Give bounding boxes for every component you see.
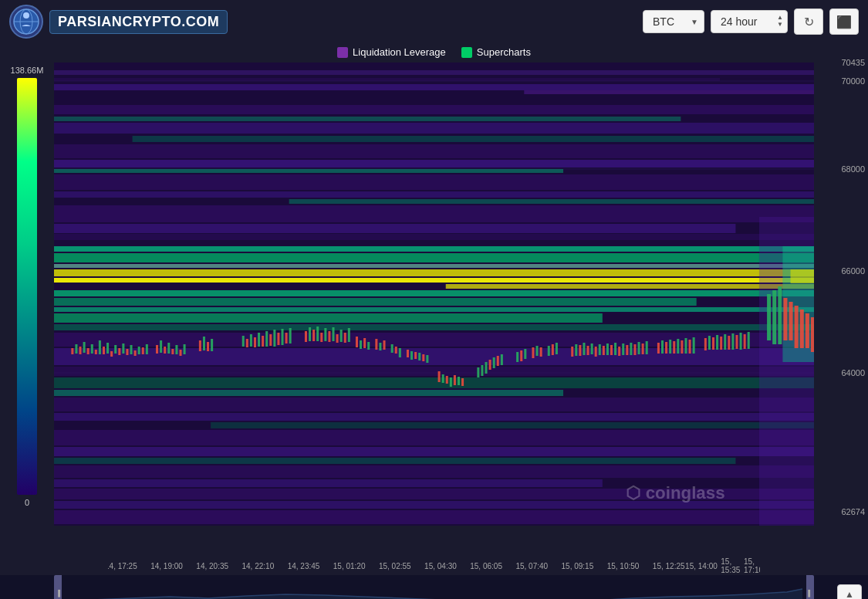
svg-rect-192 <box>740 333 742 350</box>
time-label-1: 14, 19:00 <box>150 562 183 570</box>
time-axis-row: 14, 17:25 14, 19:00 14, 20:35 14, 22:10 … <box>0 557 868 575</box>
svg-rect-142 <box>497 356 499 366</box>
svg-rect-71 <box>126 349 128 355</box>
svg-rect-25 <box>54 224 735 233</box>
timeframe-select[interactable]: 1 hour 4 hour 12 hour 24 hour 7 day <box>711 10 788 33</box>
svg-rect-200 <box>795 306 799 348</box>
svg-rect-65 <box>103 347 105 354</box>
svg-rect-146 <box>524 349 526 359</box>
timeframe-selector[interactable]: 1 hour 4 hour 12 hour 24 hour 7 day ▲ ▼ <box>711 10 788 33</box>
svg-rect-105 <box>316 327 319 341</box>
svg-rect-120 <box>383 340 385 350</box>
svg-rect-112 <box>344 333 346 343</box>
svg-rect-174 <box>661 340 664 354</box>
svg-rect-177 <box>673 341 675 354</box>
svg-rect-60 <box>83 342 86 353</box>
svg-rect-143 <box>501 354 503 365</box>
svg-rect-29 <box>54 264 814 268</box>
svg-rect-185 <box>712 337 714 350</box>
symbol-selector[interactable]: BTC ETH BNB SOL ▼ <box>643 10 704 33</box>
svg-rect-10 <box>54 70 814 75</box>
svg-rect-64 <box>99 340 101 354</box>
svg-rect-178 <box>677 339 679 354</box>
refresh-button[interactable]: ↻ <box>794 8 823 35</box>
svg-rect-165 <box>618 347 620 356</box>
svg-rect-171 <box>642 343 644 354</box>
svg-rect-140 <box>489 360 491 370</box>
svg-rect-198 <box>783 298 787 340</box>
svg-rect-85 <box>199 340 201 351</box>
svg-rect-70 <box>122 343 124 354</box>
svg-rect-182 <box>693 337 695 354</box>
time-label-15: 15, 17:10 <box>744 557 760 574</box>
svg-rect-78 <box>160 340 162 353</box>
chart-svg: ⬡ coinglass <box>54 63 814 526</box>
svg-rect-94 <box>262 336 264 347</box>
svg-rect-75 <box>142 347 144 354</box>
scrollbar-track[interactable]: ▐ ▌ <box>54 575 814 599</box>
svg-rect-131 <box>442 374 444 383</box>
svg-rect-195 <box>767 294 771 340</box>
svg-rect-100 <box>285 333 288 343</box>
svg-rect-88 <box>211 339 213 351</box>
svg-rect-154 <box>575 344 577 356</box>
screenshot-button[interactable]: ⬛ <box>829 8 859 35</box>
time-label-7: 15, 04:30 <box>424 562 457 570</box>
svg-rect-145 <box>520 350 522 361</box>
svg-rect-83 <box>179 350 181 356</box>
main-chart[interactable]: ⬡ coinglass <box>54 63 814 557</box>
svg-rect-76 <box>146 344 148 354</box>
svg-rect-156 <box>583 343 585 355</box>
svg-rect-193 <box>744 334 746 349</box>
legend-liquidation-color <box>337 47 348 58</box>
header-controls: BTC ETH BNB SOL ▼ 1 hour 4 hour 12 hour … <box>643 8 859 35</box>
svg-rect-43 <box>54 398 814 411</box>
svg-rect-197 <box>778 286 782 344</box>
svg-rect-132 <box>446 376 448 384</box>
svg-rect-152 <box>556 343 558 354</box>
scrollbar-right-handle[interactable]: ▌ <box>806 575 814 599</box>
price-label-62674: 62674 <box>841 507 865 516</box>
svg-rect-163 <box>610 345 613 355</box>
svg-rect-113 <box>348 328 350 342</box>
time-label-0: 14, 17:25 <box>108 562 137 570</box>
svg-rect-108 <box>328 331 330 342</box>
timeframe-down-arrow[interactable]: ▼ <box>777 22 783 29</box>
header: PARSIANCRYPTO.COM BTC ETH BNB SOL ▼ 1 ho… <box>0 0 868 43</box>
scale-gradient <box>17 78 37 495</box>
expand-button[interactable]: ▲ <box>837 584 862 599</box>
svg-rect-44 <box>54 413 814 421</box>
svg-rect-202 <box>806 313 809 348</box>
svg-rect-124 <box>407 350 409 357</box>
svg-rect-205 <box>54 575 814 599</box>
svg-rect-35 <box>54 307 814 312</box>
symbol-select[interactable]: BTC ETH BNB SOL <box>643 10 704 33</box>
svg-rect-26 <box>54 234 814 240</box>
svg-rect-119 <box>379 343 381 350</box>
svg-rect-114 <box>356 337 358 347</box>
time-label-2: 14, 20:35 <box>196 562 228 570</box>
svg-rect-92 <box>254 337 256 347</box>
scrollbar-left-handle[interactable]: ▐ <box>54 575 62 599</box>
timeframe-spinners: ▲ ▼ <box>777 15 783 29</box>
svg-rect-111 <box>340 330 343 342</box>
svg-rect-122 <box>395 347 397 354</box>
time-label-11: 15, 10:50 <box>607 562 640 570</box>
svg-rect-15 <box>54 117 681 121</box>
svg-rect-66 <box>106 343 109 354</box>
svg-rect-110 <box>336 334 339 343</box>
svg-rect-129 <box>426 355 428 363</box>
svg-rect-41 <box>54 377 814 388</box>
svg-rect-125 <box>410 351 413 360</box>
svg-rect-27 <box>54 246 814 252</box>
logo-icon <box>9 5 43 39</box>
svg-rect-42 <box>54 390 563 396</box>
svg-rect-81 <box>171 349 174 354</box>
time-label-9: 15, 07:40 <box>515 562 548 570</box>
svg-rect-199 <box>789 302 793 340</box>
svg-rect-136 <box>461 378 464 386</box>
chart-container: 138.66M 0 <box>0 63 868 557</box>
svg-rect-201 <box>800 310 804 348</box>
svg-rect-190 <box>731 333 734 350</box>
svg-rect-162 <box>606 343 609 355</box>
